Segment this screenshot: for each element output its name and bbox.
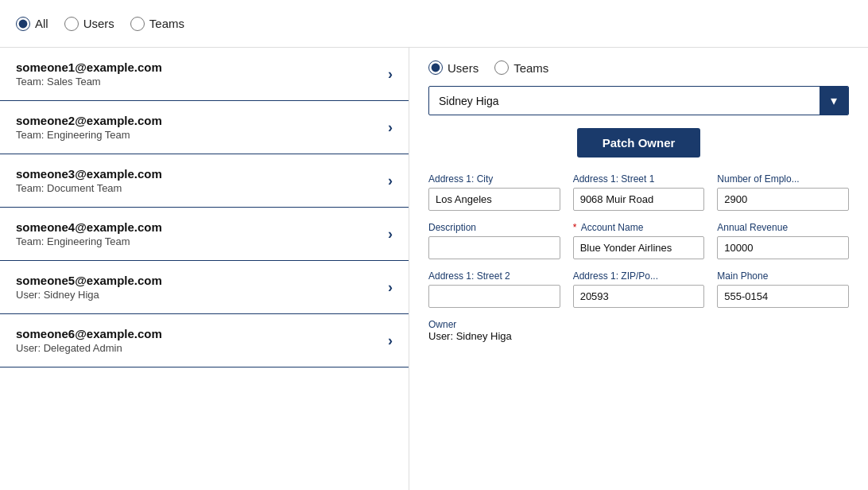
list-item-sub: Team: Engineering Team: [16, 235, 162, 247]
field-address-zip: Address 1: ZIP/Po...: [573, 270, 705, 308]
dropdown-container: Sidney Higa ▾: [428, 86, 849, 115]
top-filter-bar: All Users Teams: [0, 0, 868, 48]
field-label-annual-revenue: Annual Revenue: [717, 222, 849, 233]
field-label-account-name: * Account Name: [573, 222, 705, 233]
field-label-description: Description: [428, 222, 560, 233]
field-input-address-zip[interactable]: [573, 285, 705, 308]
field-label-address-city: Address 1: City: [428, 173, 560, 185]
field-label-main-phone: Main Phone: [717, 270, 849, 282]
list-item-sub: Team: Sales Team: [16, 76, 162, 88]
list-item[interactable]: someone6@example.com User: Delegated Adm…: [0, 314, 409, 368]
right-filter-users-label: Users: [448, 61, 479, 75]
filter-teams[interactable]: Teams: [130, 17, 184, 31]
chevron-right-icon: ›: [388, 119, 393, 136]
right-filter-teams[interactable]: Teams: [494, 60, 548, 75]
field-label-address-zip: Address 1: ZIP/Po...: [573, 270, 705, 282]
field-input-main-phone[interactable]: [717, 285, 849, 308]
owner-section: Owner User: Sidney Higa: [428, 319, 849, 342]
field-address-street1: Address 1: Street 1: [573, 173, 705, 211]
field-account-name: * Account Name: [573, 222, 705, 259]
required-indicator: *: [573, 222, 579, 233]
chevron-right-icon: ›: [388, 332, 393, 349]
left-panel: someone1@example.com Team: Sales Team › …: [0, 48, 409, 490]
field-input-description[interactable]: [428, 236, 560, 259]
field-annual-revenue: Annual Revenue: [717, 222, 849, 259]
chevron-right-icon: ›: [388, 173, 393, 189]
right-filter-users[interactable]: Users: [428, 60, 479, 75]
field-input-address-street1[interactable]: [573, 188, 705, 211]
list-item-sub: User: Delegated Admin: [16, 342, 162, 354]
list-item-email: someone1@example.com: [16, 60, 162, 74]
right-panel: Users Teams Sidney Higa ▾ Patch Owner: [409, 48, 868, 490]
field-label-num-employees: Number of Emplo...: [717, 173, 849, 185]
list-item[interactable]: someone5@example.com User: Sidney Higa ›: [0, 261, 409, 314]
chevron-right-icon: ›: [388, 279, 393, 296]
chevron-right-icon: ›: [388, 66, 393, 83]
filter-users-label: Users: [83, 17, 114, 30]
dropdown-button[interactable]: ▾: [820, 87, 848, 115]
owner-label: Owner: [428, 319, 849, 330]
list-item[interactable]: someone2@example.com Team: Engineering T…: [0, 101, 409, 154]
field-num-employees: Number of Emplo...: [717, 173, 849, 211]
list-item-email: someone6@example.com: [16, 327, 162, 340]
field-input-annual-revenue[interactable]: [717, 236, 849, 259]
owner-value: User: Sidney Higa: [428, 330, 849, 342]
top-radio-group: All Users Teams: [16, 17, 184, 31]
main-container: All Users Teams someone1@example.com Tea…: [0, 0, 868, 490]
chevron-right-icon: ›: [388, 226, 393, 243]
field-address-city: Address 1: City: [428, 173, 560, 211]
dropdown-value: Sidney Higa: [429, 88, 820, 114]
right-filter-teams-label: Teams: [513, 61, 548, 75]
patch-owner-button[interactable]: Patch Owner: [577, 128, 701, 158]
list-item-email: someone4@example.com: [16, 220, 162, 234]
fields-grid: Address 1: City Address 1: Street 1 Numb…: [428, 173, 849, 308]
field-label-address-street2: Address 1: Street 2: [428, 270, 560, 282]
field-main-phone: Main Phone: [717, 270, 849, 308]
field-input-account-name[interactable]: [573, 236, 705, 259]
list-item-sub: User: Sidney Higa: [16, 289, 162, 301]
field-address-street2: Address 1: Street 2: [428, 270, 560, 308]
list-item-sub: Team: Document Team: [16, 182, 162, 194]
list-item[interactable]: someone1@example.com Team: Sales Team ›: [0, 48, 409, 101]
right-filter-bar: Users Teams: [428, 60, 849, 75]
list-item[interactable]: someone3@example.com Team: Document Team…: [0, 154, 409, 208]
list-item[interactable]: someone4@example.com Team: Engineering T…: [0, 208, 409, 261]
filter-teams-label: Teams: [149, 17, 184, 30]
list-item-sub: Team: Engineering Team: [16, 129, 162, 141]
list-item-email: someone5@example.com: [16, 274, 162, 287]
field-input-address-city[interactable]: [428, 188, 560, 211]
owner-dropdown[interactable]: Sidney Higa ▾: [428, 86, 849, 115]
filter-all[interactable]: All: [16, 17, 48, 31]
field-input-num-employees[interactable]: [717, 188, 849, 211]
filter-all-label: All: [35, 17, 48, 30]
content-area: someone1@example.com Team: Sales Team › …: [0, 48, 868, 490]
list-item-email: someone2@example.com: [16, 114, 162, 127]
field-input-address-street2[interactable]: [428, 285, 560, 308]
field-label-address-street1: Address 1: Street 1: [573, 173, 705, 185]
list-item-email: someone3@example.com: [16, 167, 162, 181]
filter-users[interactable]: Users: [64, 17, 114, 31]
field-description: Description: [428, 222, 560, 259]
patch-owner-btn-container: Patch Owner: [428, 128, 849, 158]
